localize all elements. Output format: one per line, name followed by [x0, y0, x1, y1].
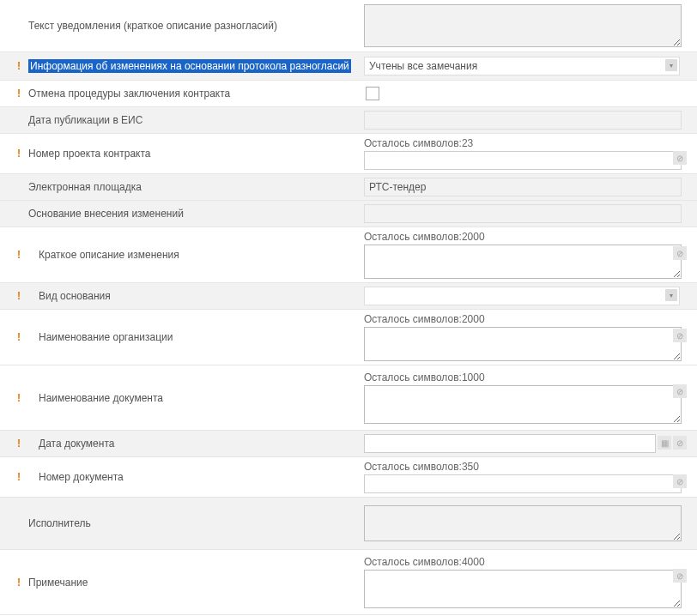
required-marker: ! — [17, 392, 24, 404]
label-text: Наименование организации — [39, 331, 173, 343]
label-pub-date: Дата публикации в ЕИС — [0, 107, 361, 133]
row-change-basis: Основание внесения изменений — [0, 201, 697, 227]
label-text: Примечание — [28, 577, 88, 589]
label-basis-type: ! Вид основания — [0, 283, 361, 309]
char-counter: Осталось символов:4000 — [364, 556, 690, 568]
input-cell-notification-text — [361, 0, 697, 51]
select-value: Учтены все замечания — [369, 60, 477, 72]
readonly-platform: РТС-тендер — [364, 178, 682, 196]
required-marker: ! — [17, 577, 24, 589]
char-counter: Осталось символов:350 — [364, 461, 690, 473]
row-note: ! Примечание Осталось символов:4000 ⊘ — [0, 550, 697, 615]
textarea-doc-name[interactable] — [364, 385, 682, 424]
input-project-number[interactable] — [364, 151, 682, 170]
label-doc-date: ! Дата документа — [0, 431, 361, 456]
label-text: Номер документа — [39, 471, 124, 483]
label-cancel-procedure: ! Отмена процедуры заключения контракта — [0, 81, 361, 106]
row-org-name: ! Наименование организации Осталось симв… — [0, 310, 697, 365]
clear-icon[interactable]: ⊘ — [673, 151, 687, 165]
select-basis-type[interactable]: ▾ — [364, 287, 680, 305]
label-text: Электронная площадка — [28, 181, 142, 193]
required-marker: ! — [17, 60, 24, 72]
select-info-changes[interactable]: Учтены все замечания ▾ — [364, 57, 680, 75]
char-counter: Осталось символов:2000 — [364, 231, 690, 243]
row-doc-name: ! Наименование документа Осталось символ… — [0, 365, 697, 431]
required-marker: ! — [17, 471, 24, 483]
input-cell-cancel-procedure — [361, 81, 697, 106]
input-cell-note: Осталось символов:4000 ⊘ — [361, 550, 697, 614]
label-doc-number: ! Номер документа — [0, 457, 361, 497]
calendar-icon[interactable]: ▦ — [658, 436, 671, 450]
clear-icon[interactable]: ⊘ — [673, 329, 687, 342]
label-executor: Исполнитель — [0, 498, 361, 549]
required-marker: ! — [17, 148, 24, 160]
input-cell-doc-name: Осталось символов:1000 ⊘ — [361, 365, 697, 430]
readonly-change-basis — [364, 204, 682, 223]
input-cell-change-desc: Осталось символов:2000 ⊘ — [361, 227, 697, 282]
label-platform: Электронная площадка — [0, 174, 361, 200]
input-cell-platform: РТС-тендер — [361, 174, 697, 200]
input-doc-number[interactable] — [364, 474, 682, 493]
row-executor: Исполнитель — [0, 498, 697, 550]
clear-icon[interactable]: ⊘ — [673, 436, 687, 450]
input-cell-basis-type: ▾ — [361, 283, 697, 309]
row-basis-type: ! Вид основания ▾ — [0, 283, 697, 310]
row-change-desc: ! Краткое описание изменения Осталось си… — [0, 227, 697, 283]
input-cell-project-number: Осталось символов:23 ⊘ — [361, 134, 697, 173]
row-platform: Электронная площадка РТС-тендер — [0, 174, 697, 201]
input-doc-date[interactable] — [364, 434, 656, 453]
clear-icon[interactable]: ⊘ — [673, 246, 687, 260]
row-pub-date: Дата публикации в ЕИС — [0, 107, 697, 134]
input-cell-org-name: Осталось символов:2000 ⊘ — [361, 310, 697, 365]
input-cell-doc-number: Осталось символов:350 ⊘ — [361, 457, 697, 497]
label-note: ! Примечание — [0, 550, 361, 614]
checkbox-cancel-procedure[interactable] — [366, 87, 379, 100]
label-text: Отмена процедуры заключения контракта — [28, 88, 230, 100]
label-text: Текст уведомления (краткое описание разн… — [28, 20, 277, 32]
label-text: Вид основания — [39, 290, 111, 302]
input-cell-pub-date — [361, 107, 697, 133]
label-text: Дата публикации в ЕИС — [28, 114, 142, 126]
row-project-number: ! Номер проекта контракта Осталось симво… — [0, 134, 697, 174]
char-counter: Осталось символов:23 — [364, 137, 690, 149]
char-counter: Осталось символов:2000 — [364, 313, 690, 325]
label-org-name: ! Наименование организации — [0, 310, 361, 365]
clear-icon[interactable]: ⊘ — [673, 384, 687, 398]
label-doc-name: ! Наименование документа — [0, 365, 361, 430]
required-marker: ! — [17, 290, 24, 302]
required-marker: ! — [17, 438, 24, 450]
readonly-pub-date — [364, 111, 682, 130]
label-text: Основание внесения изменений — [28, 208, 184, 220]
row-info-changes: ! Информация об изменениях на основании … — [0, 52, 697, 81]
input-cell-doc-date: ▦ ⊘ — [361, 431, 697, 456]
textarea-notification-text[interactable] — [364, 4, 682, 47]
required-marker: ! — [17, 88, 24, 100]
clear-icon[interactable]: ⊘ — [673, 569, 687, 583]
textarea-change-desc[interactable] — [364, 245, 682, 279]
row-doc-date: ! Дата документа ▦ ⊘ — [0, 431, 697, 457]
label-text: Дата документа — [39, 438, 114, 450]
row-cancel-procedure: ! Отмена процедуры заключения контракта — [0, 81, 697, 107]
label-text: Краткое описание изменения — [39, 249, 179, 261]
label-text: Наименование документа — [39, 392, 163, 404]
platform-value: РТС-тендер — [369, 181, 426, 193]
input-cell-executor — [361, 498, 697, 549]
row-notification-text: Текст уведомления (краткое описание разн… — [0, 0, 697, 52]
required-marker: ! — [17, 331, 24, 343]
label-change-desc: ! Краткое описание изменения — [0, 227, 361, 282]
input-cell-info-changes: Учтены все замечания ▾ — [361, 52, 697, 80]
textarea-executor[interactable] — [364, 505, 682, 541]
chevron-down-icon: ▾ — [665, 289, 677, 301]
chevron-down-icon: ▾ — [665, 59, 677, 71]
char-counter: Осталось символов:1000 — [364, 371, 690, 383]
label-project-number: ! Номер проекта контракта — [0, 134, 361, 173]
required-marker: ! — [17, 249, 24, 261]
textarea-note[interactable] — [364, 570, 682, 608]
row-doc-number: ! Номер документа Осталось символов:350 … — [0, 457, 697, 498]
textarea-org-name[interactable] — [364, 327, 682, 361]
clear-icon[interactable]: ⊘ — [673, 474, 687, 488]
label-notification-text: Текст уведомления (краткое описание разн… — [0, 0, 361, 51]
label-text-highlighted: Информация об изменениях на основании пр… — [28, 59, 351, 73]
label-info-changes: ! Информация об изменениях на основании … — [0, 52, 361, 80]
label-text: Исполнитель — [28, 517, 91, 529]
